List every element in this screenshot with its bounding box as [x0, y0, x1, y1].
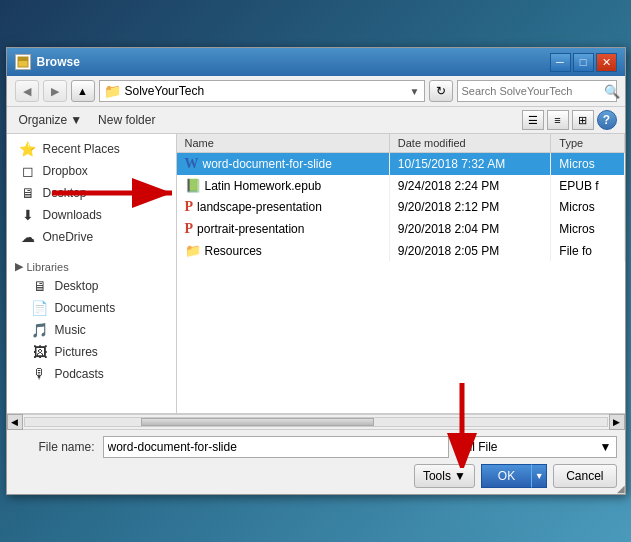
table-row[interactable]: 📁 Resources 9/20/2018 2:05 PM File fo	[177, 240, 625, 261]
filename-row: File name: All File ▼	[15, 436, 617, 458]
lib-podcasts-label: Podcasts	[55, 367, 104, 381]
dialog-title: Browse	[37, 55, 80, 69]
recent-places-label: Recent Places	[43, 142, 120, 156]
cancel-button[interactable]: Cancel	[553, 464, 616, 488]
onedrive-label: OneDrive	[43, 230, 94, 244]
col-modified[interactable]: Date modified	[389, 134, 551, 153]
horizontal-scrollbar[interactable]: ◀ ▶	[7, 414, 625, 430]
title-bar: Browse ─ □ ✕	[7, 48, 625, 76]
onedrive-icon: ☁	[19, 229, 37, 245]
filetype-value: All File	[462, 440, 498, 454]
file-type-4: Micros	[551, 218, 624, 240]
tools-dropdown-arrow: ▼	[454, 469, 466, 483]
file-name-3: landscape-presentation	[197, 200, 322, 214]
main-content: ⭐ Recent Places ◻ Dropbox 🖥 Desktop ⬇ Do…	[7, 134, 625, 414]
nav-item-downloads[interactable]: ⬇ Downloads	[7, 204, 176, 226]
filename-input[interactable]	[103, 436, 449, 458]
ok-button[interactable]: OK	[481, 464, 531, 488]
desktop-icon: 🖥	[19, 185, 37, 201]
desktop-label: Desktop	[43, 186, 87, 200]
file-modified-2: 9/24/2018 2:24 PM	[389, 175, 551, 196]
new-folder-button[interactable]: New folder	[94, 111, 159, 129]
back-button[interactable]: ◀	[15, 80, 39, 102]
lib-podcasts-icon: 🎙	[31, 366, 49, 382]
tools-button[interactable]: Tools ▼	[414, 464, 475, 488]
table-row[interactable]: P landscape-presentation 9/20/2018 2:12 …	[177, 196, 625, 218]
lib-pictures-icon: 🖼	[31, 344, 49, 360]
bottom-bar: File name: All File ▼ Tools ▼ OK ▼ Cance…	[7, 430, 625, 494]
resize-grip[interactable]: ◢	[613, 482, 625, 494]
table-row[interactable]: W word-document-for-slide 10/15/2018 7:3…	[177, 153, 625, 176]
libraries-label: Libraries	[27, 261, 69, 273]
close-button[interactable]: ✕	[596, 53, 617, 72]
buttons-row: Tools ▼ OK ▼ Cancel	[15, 464, 617, 488]
file-name-5: Resources	[205, 244, 262, 258]
address-dropdown-arrow[interactable]: ▼	[410, 86, 420, 97]
minimize-button[interactable]: ─	[550, 53, 571, 72]
nav-item-recent-places[interactable]: ⭐ Recent Places	[7, 138, 176, 160]
file-table: Name Date modified Type W word-document-…	[177, 134, 625, 261]
col-name[interactable]: Name	[177, 134, 390, 153]
nav-item-lib-music[interactable]: 🎵 Music	[7, 319, 176, 341]
maximize-button[interactable]: □	[573, 53, 594, 72]
ok-dropdown-arrow[interactable]: ▼	[531, 464, 547, 488]
file-type-1: Micros	[551, 153, 624, 176]
nav-item-lib-desktop[interactable]: 🖥 Desktop	[7, 275, 176, 297]
file-modified-4: 9/20/2018 2:04 PM	[389, 218, 551, 240]
file-ppt2-icon: P	[185, 221, 194, 237]
col-type[interactable]: Type	[551, 134, 624, 153]
filetype-dropdown[interactable]: All File ▼	[457, 436, 617, 458]
organize-toolbar: Organize ▼ New folder ☰ ≡ ⊞ ?	[7, 107, 625, 134]
file-name-4: portrait-presentation	[197, 222, 304, 236]
dropbox-label: Dropbox	[43, 164, 88, 178]
search-icon: 🔍	[604, 84, 620, 99]
view-list-button[interactable]: ☰	[522, 110, 544, 130]
scroll-track[interactable]	[24, 417, 608, 427]
address-toolbar: ◀ ▶ ▲ 📁 SolveYourTech ▼ ↻ 🔍	[7, 76, 625, 107]
file-type-5: File fo	[551, 240, 624, 261]
filename-label: File name:	[15, 440, 95, 454]
file-name-1: word-document-for-slide	[203, 157, 332, 171]
scroll-thumb[interactable]	[141, 418, 374, 426]
file-list-pane: Name Date modified Type W word-document-…	[177, 134, 625, 413]
organize-button[interactable]: Organize ▼	[15, 111, 87, 129]
nav-item-dropbox[interactable]: ◻ Dropbox	[7, 160, 176, 182]
downloads-label: Downloads	[43, 208, 102, 222]
view-tiles-button[interactable]: ⊞	[572, 110, 594, 130]
lib-desktop-label: Desktop	[55, 279, 99, 293]
view-details-button[interactable]: ≡	[547, 110, 569, 130]
scroll-left-button[interactable]: ◀	[7, 414, 23, 430]
file-modified-5: 9/20/2018 2:05 PM	[389, 240, 551, 261]
expand-arrow-icon: ▶	[15, 260, 23, 273]
search-bar[interactable]: 🔍	[457, 80, 617, 102]
nav-item-lib-podcasts[interactable]: 🎙 Podcasts	[7, 363, 176, 385]
scroll-right-button[interactable]: ▶	[609, 414, 625, 430]
filetype-dropdown-arrow: ▼	[600, 440, 612, 454]
lib-music-icon: 🎵	[31, 322, 49, 338]
ok-button-group: OK ▼	[481, 464, 547, 488]
nav-item-desktop[interactable]: 🖥 Desktop	[7, 182, 176, 204]
title-icon	[15, 54, 31, 70]
left-nav-pane: ⭐ Recent Places ◻ Dropbox 🖥 Desktop ⬇ Do…	[7, 134, 177, 413]
title-controls: ─ □ ✕	[550, 53, 617, 72]
search-input[interactable]	[462, 85, 600, 97]
dropbox-icon: ◻	[19, 163, 37, 179]
lib-documents-label: Documents	[55, 301, 116, 315]
nav-item-lib-documents[interactable]: 📄 Documents	[7, 297, 176, 319]
nav-item-lib-pictures[interactable]: 🖼 Pictures	[7, 341, 176, 363]
lib-desktop-icon: 🖥	[31, 278, 49, 294]
file-modified-1: 10/15/2018 7:32 AM	[389, 153, 551, 176]
refresh-button[interactable]: ↻	[429, 80, 453, 102]
file-type-3: Micros	[551, 196, 624, 218]
folder-icon: 📁	[104, 83, 121, 99]
address-bar[interactable]: 📁 SolveYourTech ▼	[99, 80, 425, 102]
forward-button[interactable]: ▶	[43, 80, 67, 102]
file-folder-icon: 📁	[185, 243, 201, 258]
help-button[interactable]: ?	[597, 110, 617, 130]
lib-pictures-label: Pictures	[55, 345, 98, 359]
table-row[interactable]: 📗 Latin Homework.epub 9/24/2018 2:24 PM …	[177, 175, 625, 196]
table-row[interactable]: P portrait-presentation 9/20/2018 2:04 P…	[177, 218, 625, 240]
up-button[interactable]: ▲	[71, 80, 95, 102]
svg-rect-1	[18, 57, 28, 61]
nav-item-onedrive[interactable]: ☁ OneDrive	[7, 226, 176, 248]
